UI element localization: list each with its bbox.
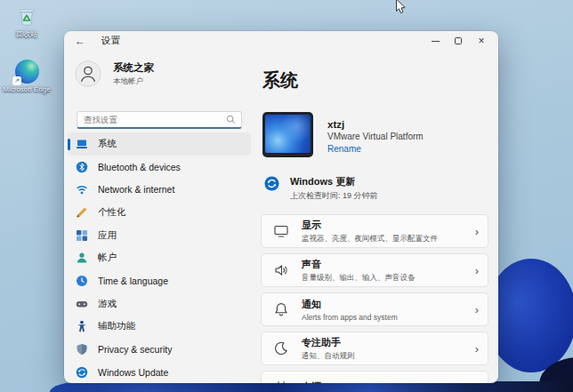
sidebar-item-windows-update[interactable]: Windows Update <box>68 361 251 383</box>
account-name: 系统之家 <box>113 61 154 75</box>
device-thumbnail <box>262 112 313 157</box>
device-name: xtzj <box>327 119 424 130</box>
rename-link[interactable]: Rename <box>327 144 424 154</box>
shortcut-arrow-icon: ↗ <box>12 76 21 85</box>
sync-icon <box>264 176 279 191</box>
card-power[interactable]: 电源 › <box>261 371 488 383</box>
desktop-icon-recycle-bin[interactable]: 回收站 <box>2 4 52 39</box>
page-title: 系统 <box>262 68 298 92</box>
minimize-button[interactable] <box>424 31 447 51</box>
close-icon: × <box>478 36 484 46</box>
account-type: 本地帐户 <box>113 76 154 87</box>
sidebar-item-gaming[interactable]: 游戏 <box>68 292 251 316</box>
bell-icon <box>273 301 289 317</box>
wifi-icon <box>76 183 88 196</box>
desktop-icon-label: Microsoft Edge <box>3 85 50 94</box>
shield-icon <box>76 343 88 356</box>
recycle-bin-icon <box>14 4 39 28</box>
power-plug-icon <box>273 380 289 383</box>
chevron-right-icon: › <box>475 342 479 356</box>
content-pane: 系统 xtzj VMware Virtual Platform Rename W… <box>254 51 498 383</box>
speaker-icon <box>273 262 289 278</box>
search-input[interactable] <box>77 115 226 124</box>
edge-icon: ↗ <box>14 59 39 84</box>
apps-grid-icon <box>76 229 88 242</box>
display-icon <box>273 223 289 239</box>
titlebar: ← 设置 × <box>64 31 498 51</box>
sidebar-item-accessibility[interactable]: 辅助功能 <box>68 316 251 339</box>
sidebar: 系统之家 本地帐户 系统 <box>64 51 254 383</box>
card-display[interactable]: 显示 监视器、亮度、夜间模式、显示配置文件 › <box>261 214 488 248</box>
desktop-icon-edge[interactable]: ↗ Microsoft Edge <box>2 59 52 94</box>
update-title: Windows 更新 <box>290 175 378 188</box>
close-button[interactable]: × <box>470 31 493 51</box>
accessibility-icon <box>76 320 88 332</box>
system-icon <box>76 138 88 150</box>
maximize-icon <box>455 37 462 44</box>
sidebar-item-apps[interactable]: 应用 <box>68 224 251 247</box>
account-button[interactable]: 系统之家 本地帐户 <box>75 60 154 87</box>
wallpaper-bloom-petal <box>486 259 573 372</box>
update-icon <box>76 366 88 379</box>
pencil-icon <box>76 206 88 219</box>
bluetooth-icon <box>76 161 88 173</box>
settings-window: ← 设置 × 系统之家 本地帐户 <box>64 31 498 383</box>
clock-icon <box>76 275 88 287</box>
device-info: xtzj VMware Virtual Platform Rename <box>262 112 424 157</box>
card-sound[interactable]: 声音 音量级别、输出、输入、声音设备 › <box>261 253 488 287</box>
sidebar-item-bluetooth-devices[interactable]: Bluetooth & devices <box>68 156 251 179</box>
person-icon <box>76 252 88 264</box>
game-controller-icon <box>76 298 88 310</box>
card-notifications[interactable]: 通知 Alerts from apps and system › <box>261 292 488 326</box>
sidebar-item-personalization[interactable]: 个性化 <box>68 201 251 224</box>
update-status: 上次检查时间: 19 分钟前 <box>290 190 378 202</box>
sidebar-nav: 系统 Bluetooth & devices Network & interne… <box>68 132 251 383</box>
sidebar-item-privacy-security[interactable]: Privacy & security <box>68 338 251 361</box>
chevron-right-icon: › <box>475 264 479 277</box>
chevron-right-icon: › <box>475 303 479 316</box>
chevron-right-icon: › <box>475 225 479 238</box>
sidebar-item-time-language[interactable]: Time & language <box>68 269 251 292</box>
search-box <box>77 111 242 129</box>
device-model: VMware Virtual Platform <box>327 132 424 141</box>
settings-cards: 显示 监视器、亮度、夜间模式、显示配置文件 › 声音 音量级别、输出、输入、声音… <box>261 214 488 383</box>
sidebar-item-system[interactable]: 系统 <box>68 132 251 156</box>
moon-icon <box>273 340 289 356</box>
maximize-button[interactable] <box>447 31 470 51</box>
windows-update-status[interactable]: Windows 更新 上次检查时间: 19 分钟前 <box>264 175 378 202</box>
desktop: 回收站 ↗ Microsoft Edge ← 设置 × <box>0 0 573 392</box>
card-focus-assist[interactable]: 专注助手 通知、自动规则 › <box>261 332 488 365</box>
window-title: 设置 <box>101 35 120 47</box>
search-icon <box>226 115 236 124</box>
desktop-icon-label: 回收站 <box>16 30 37 39</box>
mouse-cursor <box>395 0 407 19</box>
sidebar-item-network-internet[interactable]: Network & internet <box>68 178 251 201</box>
minimize-icon <box>432 41 440 42</box>
sidebar-item-accounts[interactable]: 帐户 <box>68 246 251 269</box>
avatar <box>75 60 101 87</box>
back-icon[interactable]: ← <box>75 35 85 47</box>
chevron-right-icon: › <box>475 381 479 384</box>
